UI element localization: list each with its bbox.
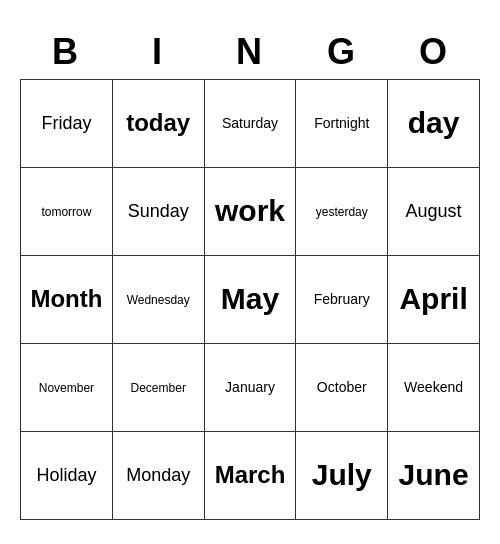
- cell-text: yesterday: [316, 205, 368, 219]
- bingo-cell: work: [204, 167, 296, 255]
- bingo-cell: June: [388, 431, 480, 519]
- bingo-cell: November: [21, 343, 113, 431]
- table-row: HolidayMondayMarchJulyJune: [21, 431, 480, 519]
- cell-text: November: [39, 381, 94, 395]
- cell-text: Monday: [126, 465, 190, 485]
- cell-text: October: [317, 379, 367, 395]
- cell-text: April: [399, 282, 467, 315]
- cell-text: Holiday: [36, 465, 96, 485]
- cell-text: Saturday: [222, 115, 278, 131]
- bingo-cell: Sunday: [112, 167, 204, 255]
- cell-text: work: [215, 194, 285, 227]
- header-letter: N: [204, 25, 296, 79]
- cell-text: Month: [30, 285, 102, 312]
- bingo-body: FridaytodaySaturdayFortnightdaytomorrowS…: [21, 79, 480, 519]
- cell-text: Fortnight: [314, 115, 369, 131]
- cell-text: tomorrow: [41, 205, 91, 219]
- bingo-cell: December: [112, 343, 204, 431]
- bingo-cell: Month: [21, 255, 113, 343]
- table-row: FridaytodaySaturdayFortnightday: [21, 79, 480, 167]
- bingo-cell: today: [112, 79, 204, 167]
- cell-text: July: [312, 458, 372, 491]
- header-letter: B: [20, 25, 112, 79]
- header-letter: G: [296, 25, 388, 79]
- cell-text: December: [131, 381, 186, 395]
- header-letter: I: [112, 25, 204, 79]
- cell-text: day: [408, 106, 460, 139]
- bingo-cell: day: [388, 79, 480, 167]
- bingo-cell: August: [388, 167, 480, 255]
- cell-text: Wednesday: [127, 293, 190, 307]
- bingo-header: BINGO: [20, 25, 480, 79]
- bingo-cell: yesterday: [296, 167, 388, 255]
- cell-text: June: [399, 458, 469, 491]
- table-row: NovemberDecemberJanuaryOctoberWeekend: [21, 343, 480, 431]
- bingo-cell: February: [296, 255, 388, 343]
- cell-text: today: [126, 109, 190, 136]
- bingo-cell: Saturday: [204, 79, 296, 167]
- cell-text: January: [225, 379, 275, 395]
- bingo-cell: Weekend: [388, 343, 480, 431]
- bingo-cell: May: [204, 255, 296, 343]
- bingo-cell: July: [296, 431, 388, 519]
- bingo-card: BINGO FridaytodaySaturdayFortnightdaytom…: [20, 25, 480, 520]
- header-letter: O: [388, 25, 480, 79]
- bingo-cell: Holiday: [21, 431, 113, 519]
- cell-text: February: [314, 291, 370, 307]
- bingo-grid: FridaytodaySaturdayFortnightdaytomorrowS…: [20, 79, 480, 520]
- bingo-cell: Wednesday: [112, 255, 204, 343]
- cell-text: Friday: [41, 113, 91, 133]
- cell-text: March: [215, 461, 286, 488]
- bingo-cell: January: [204, 343, 296, 431]
- bingo-cell: March: [204, 431, 296, 519]
- bingo-cell: Friday: [21, 79, 113, 167]
- bingo-cell: April: [388, 255, 480, 343]
- bingo-cell: tomorrow: [21, 167, 113, 255]
- bingo-cell: Fortnight: [296, 79, 388, 167]
- cell-text: August: [406, 201, 462, 221]
- table-row: tomorrowSundayworkyesterdayAugust: [21, 167, 480, 255]
- bingo-cell: Monday: [112, 431, 204, 519]
- cell-text: Sunday: [128, 201, 189, 221]
- cell-text: May: [221, 282, 279, 315]
- bingo-cell: October: [296, 343, 388, 431]
- table-row: MonthWednesdayMayFebruaryApril: [21, 255, 480, 343]
- cell-text: Weekend: [404, 379, 463, 395]
